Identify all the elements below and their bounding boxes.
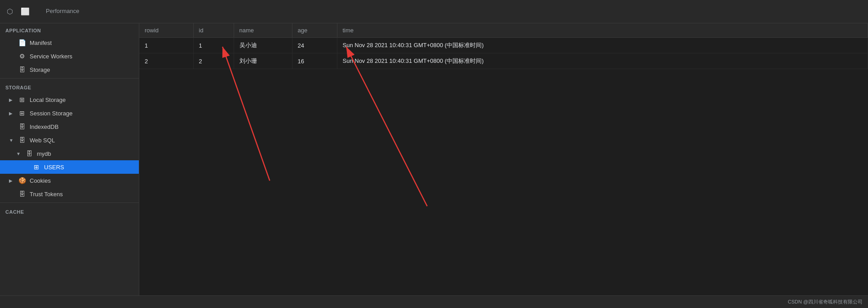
storage-app-label: Storage bbox=[30, 66, 50, 73]
cell-time: Sun Nov 28 2021 10:40:31 GMT+0800 (中国标准时… bbox=[337, 38, 868, 53]
cookies-icon: 🍪 bbox=[18, 177, 26, 184]
col-header-age[interactable]: age bbox=[292, 23, 337, 38]
cell-time: Sun Nov 28 2021 10:40:31 GMT+0800 (中国标准时… bbox=[337, 53, 868, 69]
sidebar-item-local-storage[interactable]: ▶ ⊞ Local Storage bbox=[0, 93, 139, 106]
service-workers-label: Service Workers bbox=[30, 53, 72, 60]
table-row[interactable]: 11吴小迪24Sun Nov 28 2021 10:40:31 GMT+0800… bbox=[139, 38, 868, 53]
tab-bar: ⬡ ⬜ ElementsConsoleSourcesNetworkPerform… bbox=[0, 0, 868, 23]
col-header-name[interactable]: name bbox=[234, 23, 292, 38]
sidebar-item-websql[interactable]: ▼ 🗄 Web SQL bbox=[0, 133, 139, 147]
trust-tokens-label: Trust Tokens bbox=[30, 191, 63, 198]
cell-age: 16 bbox=[292, 53, 337, 69]
sidebar-item-trust-tokens[interactable]: 🗄 Trust Tokens bbox=[0, 187, 139, 201]
expand-arrow-cookies: ▶ bbox=[9, 178, 14, 183]
col-header-id[interactable]: id bbox=[193, 23, 234, 38]
indexeddb-icon: 🗄 bbox=[18, 123, 26, 130]
expand-arrow-mydb: ▼ bbox=[16, 151, 22, 156]
cell-rowid: 2 bbox=[139, 53, 193, 69]
mydb-label: mydb bbox=[37, 150, 51, 157]
bottom-bar: CSDN @四川省奇呱科技有限公司 bbox=[0, 295, 868, 308]
inspect-icon[interactable]: ⬜ bbox=[19, 5, 31, 18]
sidebar-item-cookies[interactable]: ▶ 🍪 Cookies bbox=[0, 174, 139, 187]
service-workers-icon: ⚙ bbox=[18, 53, 26, 60]
session-storage-label: Session Storage bbox=[30, 110, 72, 117]
table-body: 11吴小迪24Sun Nov 28 2021 10:40:31 GMT+0800… bbox=[139, 38, 868, 69]
cell-id: 1 bbox=[193, 38, 234, 53]
local-storage-icon: ⊞ bbox=[18, 96, 26, 103]
expand-arrow-websql: ▼ bbox=[9, 138, 14, 143]
app-section-title: Application bbox=[0, 23, 139, 36]
trust-tokens-icon: 🗄 bbox=[18, 190, 26, 198]
svg-line-3 bbox=[346, 47, 427, 206]
manifest-icon: 📄 bbox=[18, 39, 26, 46]
cache-section-title: Cache bbox=[0, 205, 139, 217]
sidebar-item-manifest[interactable]: 📄 Manifest bbox=[0, 36, 139, 49]
storage-app-icon: 🗄 bbox=[18, 66, 26, 73]
cell-age: 24 bbox=[292, 38, 337, 53]
indexeddb-label: IndexedDB bbox=[30, 123, 58, 130]
divider-2 bbox=[0, 202, 139, 203]
users-table-icon: ⊞ bbox=[32, 163, 40, 171]
session-storage-icon: ⊞ bbox=[18, 110, 26, 117]
table-row[interactable]: 22刘小珊16Sun Nov 28 2021 10:40:31 GMT+0800… bbox=[139, 53, 868, 69]
sidebar-item-service-workers[interactable]: ⚙ Service Workers bbox=[0, 49, 139, 63]
sidebar-item-storage-app[interactable]: 🗄 Storage bbox=[0, 63, 139, 76]
main-area: Application 📄 Manifest ⚙ Service Workers… bbox=[0, 23, 868, 295]
websql-label: Web SQL bbox=[30, 137, 55, 144]
data-table: rowid id name age time 11吴小迪24Sun Nov 28… bbox=[139, 23, 868, 69]
content-area: rowid id name age time 11吴小迪24Sun Nov 28… bbox=[139, 23, 868, 295]
users-label: USERS bbox=[44, 164, 64, 171]
sidebar-item-indexeddb[interactable]: 🗄 IndexedDB bbox=[0, 120, 139, 133]
sidebar-item-users[interactable]: ⊞ USERS bbox=[0, 160, 139, 174]
expand-arrow-ls: ▶ bbox=[9, 97, 14, 102]
storage-section-title: Storage bbox=[0, 80, 139, 93]
mydb-icon: 🗄 bbox=[25, 150, 33, 157]
cell-name: 吴小迪 bbox=[234, 38, 292, 53]
cursor-icon[interactable]: ⬡ bbox=[4, 5, 16, 18]
websql-icon: 🗄 bbox=[18, 136, 26, 144]
sidebar-item-session-storage[interactable]: ▶ ⊞ Session Storage bbox=[0, 106, 139, 120]
divider-1 bbox=[0, 78, 139, 79]
sidebar: Application 📄 Manifest ⚙ Service Workers… bbox=[0, 23, 139, 295]
cell-name: 刘小珊 bbox=[234, 53, 292, 69]
manifest-label: Manifest bbox=[30, 40, 52, 46]
cookies-label: Cookies bbox=[30, 177, 51, 184]
col-header-rowid[interactable]: rowid bbox=[139, 23, 193, 38]
toolbar-icons: ⬡ ⬜ bbox=[4, 5, 31, 18]
tab-performance[interactable]: Performance bbox=[39, 0, 86, 23]
cell-id: 2 bbox=[193, 53, 234, 69]
expand-arrow-ss: ▶ bbox=[9, 111, 14, 116]
table-header-row: rowid id name age time bbox=[139, 23, 868, 38]
col-header-time[interactable]: time bbox=[337, 23, 868, 38]
local-storage-label: Local Storage bbox=[30, 97, 66, 103]
cell-rowid: 1 bbox=[139, 38, 193, 53]
bottom-bar-text: CSDN @四川省奇呱科技有限公司 bbox=[788, 299, 863, 305]
sidebar-item-mydb[interactable]: ▼ 🗄 mydb bbox=[0, 147, 139, 160]
